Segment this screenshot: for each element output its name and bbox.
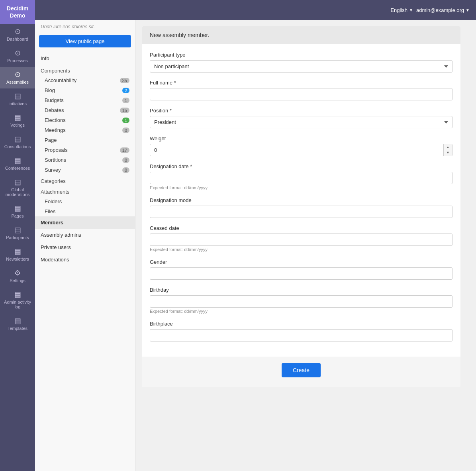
sidebar-item-votings[interactable]: ▤ Votings [0,110,35,131]
app-logo[interactable]: Decidim Demo [0,0,35,24]
language-caret-icon: ▼ [409,8,413,12]
participant-type-label: Participant type [150,52,452,58]
sidebar-item-label: Processes [7,58,27,63]
designation-date-label: Designation date * [150,163,452,169]
birthday-hint: Expected format: dd/mm/yyyy [150,309,452,314]
designation-mode-input[interactable] [150,206,452,218]
sidebar-item-initiatives[interactable]: ▤ Initiatives [0,88,35,110]
initiatives-icon: ▤ [14,92,21,100]
birthday-input[interactable] [150,295,452,308]
user-caret-icon: ▼ [466,8,470,12]
sidebar-item-label: Initiatives [8,101,27,106]
full-name-input[interactable] [150,88,452,100]
ceased-date-hint: Expected format: dd/mm/yyyy [150,247,452,252]
nav-files[interactable]: Files [35,206,135,216]
sidebar-item-global-moderations[interactable]: ▤ Global moderations [0,175,35,201]
language-label: English [390,7,407,13]
sidebar-item-processes[interactable]: ⊙ Processes [0,45,35,67]
user-menu[interactable]: admin@example.org ▼ [416,7,470,13]
language-selector[interactable]: English ▼ [390,7,413,13]
sidebar-item-pages[interactable]: ▤ Pages [0,201,35,222]
nav-proposals[interactable]: Proposals 17 [35,145,135,155]
nav-folders[interactable]: Folders [35,196,135,206]
gender-group: Gender [150,259,452,280]
main-content: New assembly member. Participant type No… [135,20,476,471]
gender-input[interactable] [150,267,452,280]
designation-date-input[interactable] [150,172,452,184]
sidebar-item-dashboard[interactable]: ⊙ Dashboard [0,24,35,45]
dashboard-icon: ⊙ [15,28,21,35]
gender-label: Gender [150,259,452,265]
weight-decrement-button[interactable]: ▼ [444,150,452,156]
nav-page[interactable]: Page [35,135,135,145]
proposals-badge: 17 [120,147,129,153]
nav-debates[interactable]: Debates 15 [35,105,135,115]
weight-group: Weight ▲ ▼ [150,135,452,156]
accountability-badge: 35 [120,78,129,83]
sidebar-item-assemblies[interactable]: ⊙ Assemblies [0,67,35,88]
sidebar-item-label: Participants [6,235,29,240]
templates-icon: ▤ [14,317,21,324]
birthplace-input[interactable] [150,329,452,341]
debates-badge: 15 [120,108,129,113]
nav-blog[interactable]: Blog 2 [35,85,135,95]
weight-spinners: ▲ ▼ [443,144,452,156]
sidebar-item-label: Conferences [5,166,30,171]
nav-sortitions[interactable]: Sortitions 0 [35,155,135,165]
nav-moderations[interactable]: Moderations [35,253,135,266]
sidebar-item-label: Dashboard [7,37,28,41]
form-title: New assembly member. [150,32,209,38]
ceased-date-input[interactable] [150,234,452,246]
sidebar-item-label: Assemblies [6,80,29,84]
nav-meetings[interactable]: Meetings 0 [35,125,135,135]
sidebar-item-templates[interactable]: ▤ Templates [0,313,35,335]
form-footer: Create [142,357,460,387]
newsletters-icon: ▤ [14,248,21,255]
position-label: Position * [150,108,452,114]
birthday-label: Birthday [150,287,452,293]
admin-activity-icon: ▤ [14,291,21,298]
weight-increment-button[interactable]: ▲ [444,144,452,150]
nav-budgets[interactable]: Budgets 1 [35,95,135,105]
sidebar-item-admin-activity-log[interactable]: ▤ Admin activity log [0,287,35,313]
view-public-button[interactable]: View public page [39,35,131,47]
nav-elections[interactable]: Elections 1 [35,115,135,125]
participants-icon: ▤ [14,226,21,234]
sidebar-item-label: Votings [10,123,25,128]
content-area: Unde iure eos dolores sit. View public p… [35,20,476,471]
participant-type-select[interactable]: Non participant Member Other [150,60,452,73]
full-name-group: Full name * [150,80,452,100]
secondary-sidebar: Unde iure eos dolores sit. View public p… [35,20,135,471]
user-label: admin@example.org [416,7,464,13]
designation-mode-label: Designation mode [150,197,452,203]
sidebar-item-conferences[interactable]: ▤ Conferences [0,153,35,175]
nav-assembly-admins[interactable]: Assembly admins [35,229,135,241]
sidebar-item-settings[interactable]: ⚙ Settings [0,265,35,287]
settings-icon: ⚙ [14,269,21,277]
birthplace-label: Birthplace [150,321,452,327]
sidebar-item-label: Pages [11,214,24,218]
nav-private-users[interactable]: Private users [35,241,135,253]
nav-members[interactable]: Members [35,216,135,229]
sidebar-item-participants[interactable]: ▤ Participants [0,222,35,244]
sidebar-item-consultations[interactable]: ▤ Consultations [0,131,35,153]
nav-survey[interactable]: Survey 0 [35,165,135,175]
designation-date-group: Designation date * Expected format: dd/m… [150,163,452,190]
assembly-subtitle: Unde iure eos dolores sit. [35,20,135,32]
position-select[interactable]: President Vice President Member Secretar… [150,116,452,128]
assemblies-icon: ⊙ [15,71,21,78]
nav-info[interactable]: Info [35,52,135,65]
budgets-badge: 1 [122,98,129,103]
topbar: English ▼ admin@example.org ▼ [35,0,476,20]
pages-icon: ▤ [14,205,21,212]
create-button[interactable]: Create [282,363,321,377]
full-name-label: Full name * [150,80,452,86]
sidebar-item-label: Global moderations [2,187,33,197]
nav-accountability[interactable]: Accountability 35 [35,75,135,85]
birthplace-group: Birthplace [150,321,452,341]
sidebar-item-label: Admin activity log [2,300,33,309]
form-header: New assembly member. [142,26,460,44]
weight-label: Weight [150,135,452,141]
sidebar-item-newsletters[interactable]: ▤ Newsletters [0,244,35,265]
weight-input[interactable] [150,144,452,156]
